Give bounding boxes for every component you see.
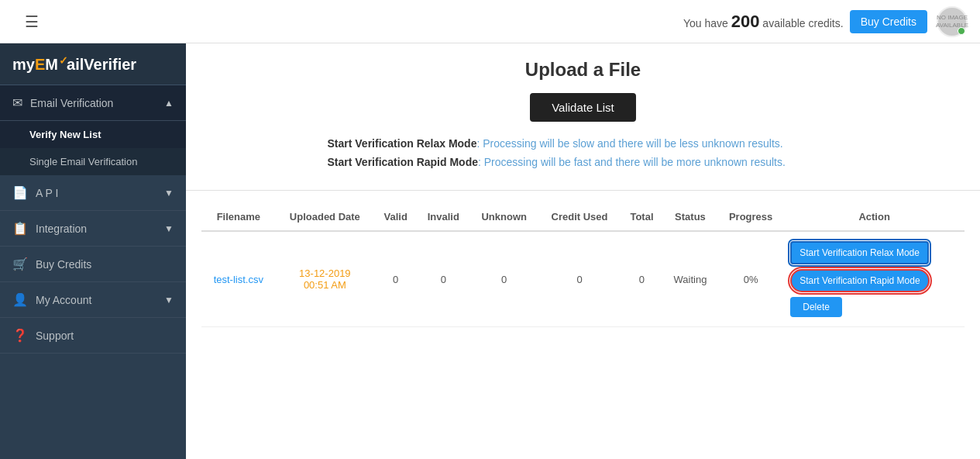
relax-mode-label: Start Verification Relax Mode (328, 137, 477, 150)
sidebar-item-single-email-verification[interactable]: Single Email Verification (0, 148, 186, 175)
main-content: Upload a File Validate List Start Verifi… (186, 43, 980, 459)
cell-status: Waiting (663, 231, 717, 327)
col-total: Total (621, 203, 663, 231)
relax-mode-desc: : Processing will be slow and there will… (476, 137, 782, 150)
sidebar-item-integration[interactable]: 📋 Integration ▼ (0, 211, 186, 247)
cell-progress: 0% (717, 231, 784, 327)
sidebar-item-buy-credits[interactable]: 🛒 Buy Credits (0, 247, 186, 282)
sidebar-sub-label: Verify New List (29, 129, 101, 140)
upload-title: Upload a File (201, 59, 965, 81)
chevron-up-icon: ▲ (164, 98, 174, 109)
rapid-mode-desc: : Processing will be fast and there will… (478, 156, 786, 168)
api-icon: 📄 (12, 185, 28, 200)
chevron-down-icon: ▼ (164, 295, 174, 305)
email-icon: ✉ (12, 95, 22, 110)
buy-credits-button[interactable]: Buy Credits (850, 10, 927, 33)
upload-section: Upload a File Validate List Start Verifi… (186, 43, 980, 191)
cell-action: Start Verification Relax Mode Start Veri… (784, 231, 965, 327)
mode-rapid-info: Start Verification Rapid Mode: Processin… (328, 156, 839, 168)
table-header-row: Filename Uploaded Date Valid Invalid Unk… (201, 203, 965, 231)
start-rapid-mode-button[interactable]: Start Verification Rapid Mode (790, 269, 929, 292)
col-uploaded-date: Uploaded Date (276, 203, 374, 231)
chevron-down-icon: ▼ (164, 223, 174, 234)
sidebar-item-label: Integration (36, 223, 87, 235)
cell-total: 0 (621, 231, 663, 327)
validate-list-button[interactable]: Validate List (530, 93, 636, 122)
cart-icon: 🛒 (12, 257, 28, 271)
sidebar-item-label: My Account (36, 294, 91, 306)
sidebar-item-api[interactable]: 📄 A P I ▼ (0, 175, 186, 211)
cell-valid: 0 (374, 231, 417, 327)
col-credit-used: Credit Used (538, 203, 621, 231)
user-icon: 👤 (12, 292, 28, 307)
action-buttons: Start Verification Relax Mode Start Veri… (790, 241, 958, 317)
col-action: Action (784, 203, 965, 231)
table-row: test-list.csv 13-12-201900:51 AM 0 0 0 0… (201, 231, 965, 327)
top-header: ☰ You have 200 available credits. Buy Cr… (0, 0, 980, 43)
sidebar-item-label: Email Verification (30, 97, 113, 109)
table-section: Filename Uploaded Date Valid Invalid Unk… (186, 191, 980, 340)
integration-icon: 📋 (12, 221, 28, 236)
cell-date: 13-12-201900:51 AM (276, 231, 374, 327)
col-filename: Filename (201, 203, 276, 231)
sidebar-item-email-verification[interactable]: ✉ Email Verification ▲ (0, 85, 186, 121)
mode-relax-info: Start Verification Relax Mode: Processin… (328, 137, 839, 150)
question-icon: ❓ (12, 328, 28, 343)
layout: myEM✓ ailVerifier ✉ Email Verification ▲… (0, 43, 980, 459)
sidebar-item-label: A P I (36, 187, 58, 199)
col-status: Status (663, 203, 717, 231)
credits-amount: 200 (731, 12, 760, 31)
start-relax-mode-button[interactable]: Start Verification Relax Mode (790, 241, 929, 264)
credits-prefix: You have (683, 17, 728, 29)
delete-button[interactable]: Delete (790, 297, 842, 317)
sidebar-sub-label: Single Email Verification (29, 156, 137, 167)
col-unknown: Unknown (469, 203, 538, 231)
avatar[interactable]: NO IMAGE AVAILABLE (937, 6, 968, 37)
mode-info: Start Verification Relax Mode: Processin… (312, 137, 854, 168)
online-indicator (958, 27, 965, 35)
avatar-text: NO IMAGE AVAILABLE (936, 14, 968, 29)
col-invalid: Invalid (417, 203, 469, 231)
credits-text: You have 200 available credits. (683, 12, 844, 32)
sidebar-logo: myEM✓ ailVerifier (0, 43, 186, 85)
sidebar-item-label: Buy Credits (36, 258, 91, 271)
sidebar-item-support[interactable]: ❓ Support (0, 318, 186, 354)
hamburger-icon[interactable]: ☰ (25, 12, 39, 31)
sidebar-item-verify-new-list[interactable]: Verify New List (0, 121, 186, 148)
chevron-down-icon: ▼ (164, 188, 174, 198)
credits-suffix: available credits. (762, 17, 843, 29)
sidebar: myEM✓ ailVerifier ✉ Email Verification ▲… (0, 43, 186, 459)
col-valid: Valid (374, 203, 417, 231)
sidebar-item-label: Support (36, 330, 74, 342)
cell-credit-used: 0 (538, 231, 621, 327)
col-progress: Progress (717, 203, 784, 231)
verification-table: Filename Uploaded Date Valid Invalid Unk… (201, 203, 965, 327)
cell-filename: test-list.csv (201, 231, 276, 327)
cell-invalid: 0 (417, 231, 469, 327)
cell-unknown: 0 (469, 231, 538, 327)
sidebar-item-my-account[interactable]: 👤 My Account ▼ (0, 282, 186, 318)
rapid-mode-label: Start Verification Rapid Mode (328, 156, 478, 168)
